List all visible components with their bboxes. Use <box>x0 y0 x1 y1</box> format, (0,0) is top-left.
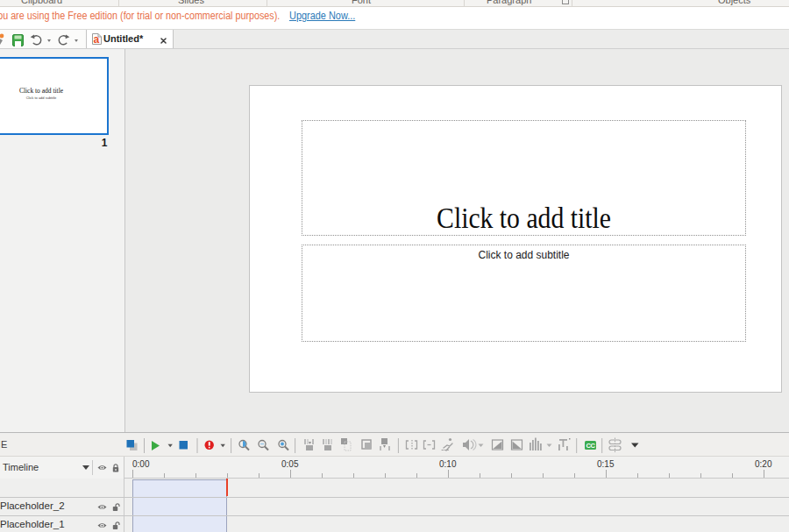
svg-text:a: a <box>94 33 100 45</box>
svg-text:C: C <box>591 442 596 450</box>
